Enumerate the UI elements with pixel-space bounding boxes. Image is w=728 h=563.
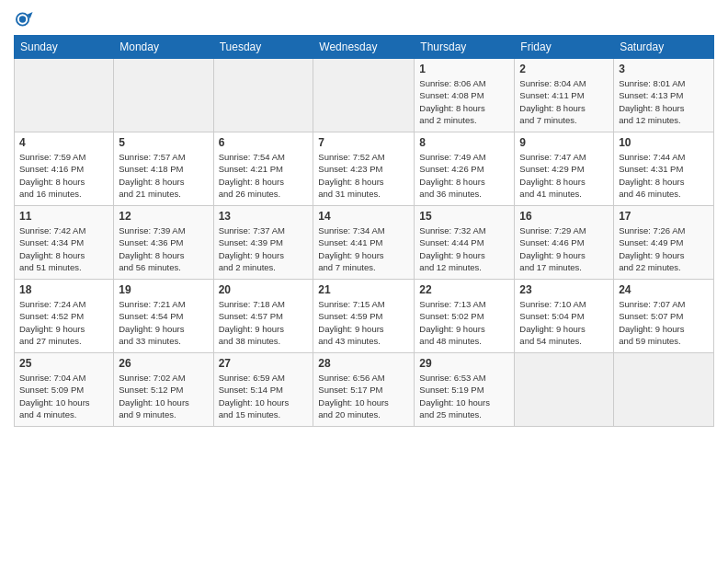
day-number: 21 [318,283,409,296]
calendar-cell: 2Sunrise: 8:04 AM Sunset: 4:11 PM Daylig… [515,59,614,132]
day-detail: Sunrise: 7:42 AM Sunset: 4:34 PM Dayligh… [19,224,108,273]
day-number: 4 [19,136,108,149]
day-number: 25 [19,357,108,370]
calendar-cell: 13Sunrise: 7:37 AM Sunset: 4:39 PM Dayli… [213,206,313,280]
calendar-cell: 19Sunrise: 7:21 AM Sunset: 4:54 PM Dayli… [114,280,213,353]
calendar-cell: 8Sunrise: 7:49 AM Sunset: 4:26 PM Daylig… [415,132,515,206]
day-number: 7 [318,136,409,149]
calendar-cell: 1Sunrise: 8:06 AM Sunset: 4:08 PM Daylig… [415,59,515,132]
day-number: 1 [419,63,509,75]
calendar-cell: 22Sunrise: 7:13 AM Sunset: 5:02 PM Dayli… [415,280,515,353]
day-detail: Sunrise: 8:01 AM Sunset: 4:13 PM Dayligh… [619,77,709,126]
day-number: 29 [419,357,509,370]
calendar-cell [313,59,415,132]
header [14,9,714,29]
weekday-header: Wednesday [313,36,415,59]
day-number: 16 [519,210,609,223]
calendar-cell [614,353,714,427]
day-number: 3 [619,63,709,75]
calendar-week-row: 1Sunrise: 8:06 AM Sunset: 4:08 PM Daylig… [15,59,714,132]
weekday-header: Tuesday [213,36,313,59]
calendar-cell [114,59,213,132]
calendar-cell: 9Sunrise: 7:47 AM Sunset: 4:29 PM Daylig… [515,132,614,206]
calendar-cell [15,59,114,132]
day-detail: Sunrise: 7:24 AM Sunset: 4:52 PM Dayligh… [19,298,108,347]
day-number: 12 [119,210,208,223]
day-number: 20 [219,283,309,296]
logo [14,9,38,29]
calendar-cell: 3Sunrise: 8:01 AM Sunset: 4:13 PM Daylig… [614,59,714,132]
day-detail: Sunrise: 7:10 AM Sunset: 5:04 PM Dayligh… [519,298,609,347]
calendar-cell: 23Sunrise: 7:10 AM Sunset: 5:04 PM Dayli… [515,280,614,353]
day-number: 27 [219,357,309,370]
calendar-cell: 17Sunrise: 7:26 AM Sunset: 4:49 PM Dayli… [614,206,714,280]
calendar-cell [515,353,614,427]
calendar-week-row: 4Sunrise: 7:59 AM Sunset: 4:16 PM Daylig… [15,132,714,206]
calendar-cell: 20Sunrise: 7:18 AM Sunset: 4:57 PM Dayli… [213,280,313,353]
day-number: 23 [519,283,609,296]
day-number: 11 [19,210,108,223]
day-detail: Sunrise: 7:07 AM Sunset: 5:07 PM Dayligh… [619,298,709,347]
day-detail: Sunrise: 8:06 AM Sunset: 4:08 PM Dayligh… [419,77,509,126]
calendar-cell: 21Sunrise: 7:15 AM Sunset: 4:59 PM Dayli… [313,280,415,353]
calendar-cell: 4Sunrise: 7:59 AM Sunset: 4:16 PM Daylig… [15,132,114,206]
day-detail: Sunrise: 7:52 AM Sunset: 4:23 PM Dayligh… [318,151,409,200]
day-number: 15 [419,210,509,223]
day-detail: Sunrise: 7:44 AM Sunset: 4:31 PM Dayligh… [619,151,709,200]
day-detail: Sunrise: 7:37 AM Sunset: 4:39 PM Dayligh… [219,224,309,273]
calendar-cell: 24Sunrise: 7:07 AM Sunset: 5:07 PM Dayli… [614,280,714,353]
day-number: 22 [419,283,509,296]
calendar-cell: 28Sunrise: 6:56 AM Sunset: 5:17 PM Dayli… [313,353,415,427]
day-detail: Sunrise: 7:26 AM Sunset: 4:49 PM Dayligh… [619,224,709,273]
page-container: SundayMondayTuesdayWednesdayThursdayFrid… [0,0,728,436]
day-detail: Sunrise: 7:29 AM Sunset: 4:46 PM Dayligh… [519,224,609,273]
day-detail: Sunrise: 8:04 AM Sunset: 4:11 PM Dayligh… [519,77,609,126]
weekday-header: Thursday [415,36,515,59]
calendar-cell: 27Sunrise: 6:59 AM Sunset: 5:14 PM Dayli… [213,353,313,427]
day-detail: Sunrise: 7:21 AM Sunset: 4:54 PM Dayligh… [119,298,208,347]
day-number: 8 [419,136,509,149]
day-detail: Sunrise: 6:59 AM Sunset: 5:14 PM Dayligh… [219,372,309,420]
logo-icon [14,9,34,29]
day-detail: Sunrise: 7:32 AM Sunset: 4:44 PM Dayligh… [419,224,509,273]
day-detail: Sunrise: 7:18 AM Sunset: 4:57 PM Dayligh… [219,298,309,347]
day-detail: Sunrise: 7:39 AM Sunset: 4:36 PM Dayligh… [119,224,208,273]
day-number: 13 [219,210,309,223]
day-detail: Sunrise: 7:02 AM Sunset: 5:12 PM Dayligh… [119,372,208,420]
day-detail: Sunrise: 7:54 AM Sunset: 4:21 PM Dayligh… [219,151,309,200]
calendar-cell: 12Sunrise: 7:39 AM Sunset: 4:36 PM Dayli… [114,206,213,280]
day-number: 2 [519,63,609,75]
calendar-cell: 14Sunrise: 7:34 AM Sunset: 4:41 PM Dayli… [313,206,415,280]
day-number: 28 [318,357,409,370]
day-number: 9 [519,136,609,149]
day-detail: Sunrise: 7:15 AM Sunset: 4:59 PM Dayligh… [318,298,409,347]
day-number: 18 [19,283,108,296]
calendar-cell: 7Sunrise: 7:52 AM Sunset: 4:23 PM Daylig… [313,132,415,206]
calendar-week-row: 25Sunrise: 7:04 AM Sunset: 5:09 PM Dayli… [15,353,714,427]
day-detail: Sunrise: 7:13 AM Sunset: 5:02 PM Dayligh… [419,298,509,347]
calendar-cell [213,59,313,132]
day-number: 5 [119,136,208,149]
day-number: 24 [619,283,709,296]
calendar-cell: 16Sunrise: 7:29 AM Sunset: 4:46 PM Dayli… [515,206,614,280]
day-number: 17 [619,210,709,223]
day-detail: Sunrise: 7:49 AM Sunset: 4:26 PM Dayligh… [419,151,509,200]
calendar-cell: 15Sunrise: 7:32 AM Sunset: 4:44 PM Dayli… [415,206,515,280]
day-detail: Sunrise: 6:56 AM Sunset: 5:17 PM Dayligh… [318,372,409,420]
calendar-cell: 5Sunrise: 7:57 AM Sunset: 4:18 PM Daylig… [114,132,213,206]
calendar-cell: 26Sunrise: 7:02 AM Sunset: 5:12 PM Dayli… [114,353,213,427]
calendar-week-row: 11Sunrise: 7:42 AM Sunset: 4:34 PM Dayli… [15,206,714,280]
calendar-cell: 11Sunrise: 7:42 AM Sunset: 4:34 PM Dayli… [15,206,114,280]
day-detail: Sunrise: 6:53 AM Sunset: 5:19 PM Dayligh… [419,372,509,420]
day-detail: Sunrise: 7:59 AM Sunset: 4:16 PM Dayligh… [19,151,108,200]
calendar-cell: 18Sunrise: 7:24 AM Sunset: 4:52 PM Dayli… [15,280,114,353]
calendar-week-row: 18Sunrise: 7:24 AM Sunset: 4:52 PM Dayli… [15,280,714,353]
calendar-cell: 25Sunrise: 7:04 AM Sunset: 5:09 PM Dayli… [15,353,114,427]
calendar-cell: 6Sunrise: 7:54 AM Sunset: 4:21 PM Daylig… [213,132,313,206]
weekday-header: Monday [114,36,213,59]
calendar-header-row: SundayMondayTuesdayWednesdayThursdayFrid… [15,36,714,59]
day-detail: Sunrise: 7:47 AM Sunset: 4:29 PM Dayligh… [519,151,609,200]
calendar-cell: 29Sunrise: 6:53 AM Sunset: 5:19 PM Dayli… [415,353,515,427]
day-number: 14 [318,210,409,223]
day-detail: Sunrise: 7:57 AM Sunset: 4:18 PM Dayligh… [119,151,208,200]
